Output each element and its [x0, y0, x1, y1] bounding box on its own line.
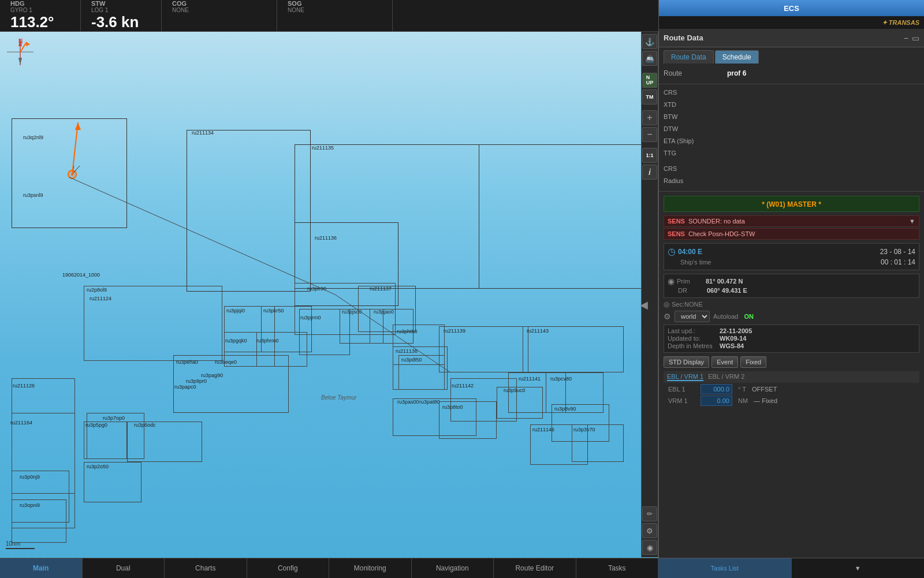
vrm1-extra: — Fixed: [754, 397, 777, 404]
svg-text:N: N: [18, 38, 23, 44]
compass-rose: N: [6, 38, 35, 66]
chart-box-ru3p5pg0: [84, 422, 127, 459]
nav-main[interactable]: Main: [0, 558, 83, 578]
chart-box-ru211124: [84, 286, 222, 361]
ship-time-label: Ship's time: [680, 259, 711, 266]
world-dropdown[interactable]: world: [675, 311, 710, 322]
stw-sub: LOG 1: [91, 7, 108, 13]
rnav-tasks-list[interactable]: Tasks List: [658, 558, 791, 578]
cog-label: COG: [172, 0, 187, 7]
scale-ratio-btn[interactable]: 1:1: [642, 148, 657, 163]
collapse-panel-arrow[interactable]: ◀: [640, 299, 648, 311]
hdg-block: HDG GYRO 1 113.2°: [0, 0, 81, 31]
xtd-label: XTD: [664, 101, 721, 108]
chart-box-ru3p9uc0: [497, 387, 543, 419]
ttg-label: TTG: [664, 150, 721, 156]
sec-section: ◎ Sec:NONE: [664, 300, 919, 308]
chart-label-19062014: 19062014_1000: [62, 272, 100, 278]
minimize-icon[interactable]: −: [904, 33, 908, 43]
route-data-icons: − ▭: [904, 33, 919, 43]
sog-value: [288, 13, 292, 31]
sec-label: Sec:NONE: [672, 301, 703, 308]
route-data-header: Route Data − ▭: [659, 29, 924, 47]
north-up-btn[interactable]: NUP: [642, 73, 657, 88]
transas-logo: ✦ TRANSAS: [659, 16, 924, 29]
event-btn[interactable]: Event: [711, 356, 738, 368]
gear-icon[interactable]: ⚙: [642, 523, 657, 538]
chart-box-ru3peha: [173, 355, 289, 413]
anchor-btn[interactable]: 🚢: [642, 51, 657, 66]
route-data-title: Route Data: [664, 33, 703, 42]
ship-icon-btn[interactable]: ⚓: [642, 34, 657, 49]
ebl1-label: EBL 1: [668, 386, 697, 393]
last-upd-row: Last upd.: 22-11-2005: [668, 327, 915, 334]
nav-route-editor[interactable]: Route Editor: [494, 558, 576, 578]
zoom-in-btn[interactable]: +: [642, 110, 657, 125]
side-toolbar: ⚓ 🚢 NUP TM + − 1:1 i ✏ ⚙ ◉: [641, 32, 658, 557]
hdg-value: 113.2°: [10, 13, 54, 31]
cog-block: COG NONE: [162, 0, 277, 31]
crs-label: CRS: [664, 89, 721, 96]
nav-monitoring[interactable]: Monitoring: [329, 558, 412, 578]
nav-config[interactable]: Config: [247, 558, 330, 578]
nav-charts[interactable]: Charts: [165, 558, 247, 578]
dtw-label: DTW: [664, 125, 721, 132]
chart-box-ru211143: [523, 326, 624, 372]
clock-section: ◷ 04:00 E 23 - 08 - 14 Ship's time 00 : …: [664, 243, 919, 270]
autoload-label: Autoload: [713, 313, 738, 320]
radius-row: Radius: [664, 175, 919, 187]
crs-row: CRS: [664, 87, 919, 98]
nav-tasks[interactable]: Tasks: [576, 558, 659, 578]
last-upd-label: Last upd.:: [668, 327, 720, 334]
vrm1-unit: NM: [738, 397, 748, 404]
route-value: prof 6: [727, 69, 746, 77]
updated-to-label: Updated to:: [668, 335, 720, 342]
vrm1-label: VRM 1: [668, 397, 697, 404]
hdg-sub: GYRO 1: [10, 7, 32, 13]
tab-schedule[interactable]: Schedule: [715, 50, 759, 64]
scale-label: 10nm: [6, 540, 35, 547]
fixed-btn[interactable]: Fixed: [740, 356, 766, 368]
zoom-out-btn[interactable]: −: [642, 127, 657, 142]
sog-block: SOG NONE: [277, 0, 393, 31]
ecs-title: ECS: [784, 4, 799, 13]
std-display-btn[interactable]: STD Display: [664, 356, 709, 368]
nav-navigation[interactable]: Navigation: [412, 558, 494, 578]
circle-btn[interactable]: ◉: [642, 540, 657, 555]
info-btn[interactable]: i: [642, 165, 657, 180]
dr-label: DR: [678, 287, 707, 294]
ebl1-input[interactable]: [701, 384, 732, 394]
vrm1-row: VRM 1 NM — Fixed: [668, 396, 919, 406]
radius-label: Radius: [664, 177, 721, 184]
expand-icon[interactable]: ▭: [912, 33, 919, 43]
sec-icon: ◎: [664, 300, 669, 308]
tab-ebl-vrm1[interactable]: EBL / VRM 1: [667, 373, 703, 381]
ship-time-value: 00 : 01 : 14: [881, 258, 915, 266]
sens1-label: SENS: [668, 218, 685, 225]
ebl-vrm-section: EBL / VRM 1 EBL / VRM 2 EBL 1 ° T OFFSET…: [664, 371, 919, 407]
dr-row: DR 060° 49.431 E: [668, 287, 915, 294]
chart-map[interactable]: ru3q2nl9 ru3psnl9 ru211134 ru211135 ru21…: [0, 32, 658, 578]
chart-box-ru3p3v70: [572, 424, 624, 462]
track-mode-btn[interactable]: TM: [642, 90, 657, 105]
pen-tool-btn[interactable]: ✏: [642, 506, 657, 521]
position-section: ◉ Prim 81° 00.472 N DR 060° 49.431 E: [664, 274, 919, 298]
nav-dual[interactable]: Dual: [83, 558, 165, 578]
clock-icon: ◷: [668, 246, 676, 257]
route-tabs: Route Data Schedule: [659, 47, 924, 64]
right-nav-bar: Tasks List ▼: [658, 558, 924, 578]
sens2-label: SENS: [668, 230, 685, 237]
tab-route-data[interactable]: Route Data: [664, 50, 714, 64]
chart-box-ru211134: [187, 130, 311, 292]
tab-ebl-vrm2[interactable]: EBL / VRM 2: [708, 373, 744, 381]
transas-logo-text: ✦ TRANSAS: [882, 19, 919, 27]
right-panel: ECS ✦ TRANSAS Route Data − ▭ Route Data …: [658, 0, 924, 578]
dtw-row: DTW: [664, 123, 919, 135]
clock-timezone: 04:00 E: [678, 248, 702, 256]
vrm1-input[interactable]: [701, 396, 732, 406]
chart-box-ru211139: [439, 326, 528, 372]
display-toolbar: STD Display Event Fixed: [664, 356, 919, 368]
rnav-expand[interactable]: ▼: [792, 558, 925, 578]
sog-label: SOG: [288, 0, 301, 7]
sens1-dropdown[interactable]: ▼: [909, 218, 915, 225]
